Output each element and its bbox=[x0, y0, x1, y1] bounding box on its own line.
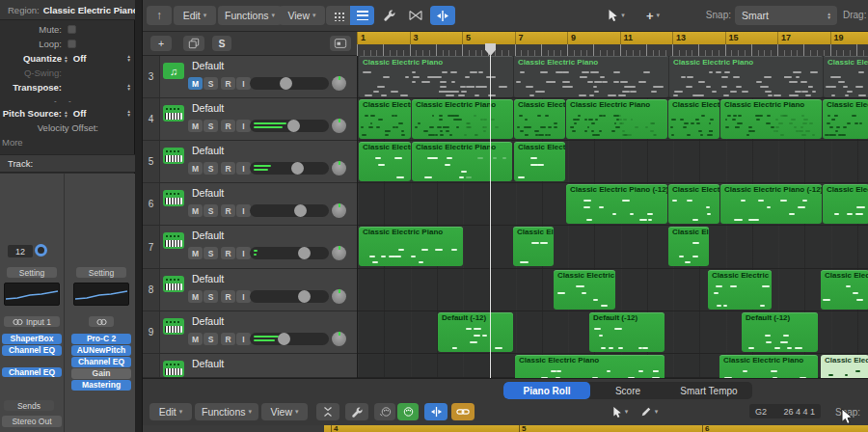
midi-region[interactable]: Classic Elec bbox=[824, 56, 868, 97]
inspector-row-transpose[interactable]: Transpose:▴▾ bbox=[0, 80, 135, 94]
bar-ruler-band[interactable]: 135791113151719 bbox=[357, 32, 868, 44]
gain-value-box[interactable]: 12 bbox=[8, 245, 33, 257]
slider-thumb[interactable] bbox=[287, 120, 300, 132]
slider-thumb[interactable] bbox=[291, 162, 304, 175]
slider-thumb[interactable] bbox=[278, 333, 290, 345]
midi-region[interactable]: Classic Electric Piano bbox=[412, 99, 513, 139]
tab-smart-tempo[interactable]: Smart Tempo bbox=[665, 382, 752, 399]
midi-region[interactable]: Classic Electr bbox=[359, 99, 411, 139]
pan-knob[interactable] bbox=[332, 203, 346, 218]
midi-region[interactable]: Classic Electric Piano bbox=[412, 142, 512, 181]
track-inspector-header[interactable]: Track: bbox=[0, 154, 135, 173]
midi-in-button[interactable] bbox=[374, 403, 395, 420]
i-button[interactable]: I bbox=[236, 120, 251, 132]
track-row-7[interactable]: 7DefaultMSRI bbox=[143, 226, 357, 269]
snap-select[interactable]: Smart ▴▾ bbox=[735, 6, 837, 25]
midi-region[interactable]: Classic Elec bbox=[823, 184, 868, 224]
eq-thumbnail-left[interactable] bbox=[4, 283, 60, 306]
plugin-slot-shaperbox[interactable]: ShaperBox bbox=[2, 334, 62, 344]
menu-functions[interactable]: Functions▾ bbox=[218, 6, 282, 25]
inspector-row-loop[interactable]: Loop: bbox=[0, 37, 135, 51]
stepper-icon[interactable]: ▴▾ bbox=[127, 54, 130, 62]
inspector-row-mute[interactable]: Mute: bbox=[0, 22, 135, 37]
add-track-button[interactable]: + bbox=[150, 36, 172, 51]
setting-button-left[interactable]: Setting bbox=[7, 267, 57, 278]
pointer-tool-select[interactable]: ▾ bbox=[600, 6, 633, 25]
r-button[interactable]: R bbox=[221, 333, 235, 345]
m-button[interactable]: M bbox=[188, 333, 203, 345]
duplicate-track-button[interactable] bbox=[183, 36, 204, 51]
up-arrow-button[interactable]: ↑ bbox=[147, 6, 172, 25]
track-row-5[interactable]: 5DefaultMSRI bbox=[143, 141, 357, 183]
midi-region[interactable]: Classic Electric Piano (-12) bbox=[566, 184, 667, 224]
editor-pencil-tool-select[interactable]: ▾ bbox=[633, 403, 665, 420]
midi-region[interactable]: Classic Elec bbox=[821, 355, 868, 378]
plugin-slot-mastering[interactable]: Mastering bbox=[71, 380, 131, 391]
slider-thumb[interactable] bbox=[298, 290, 311, 303]
volume-slider[interactable] bbox=[250, 204, 329, 217]
grid-view-button[interactable] bbox=[326, 6, 350, 25]
midi-region[interactable]: Classic Electric bbox=[708, 270, 772, 310]
midi-region[interactable]: Classic Electric Piano (-12) bbox=[720, 184, 822, 224]
s-button[interactable]: S bbox=[203, 247, 218, 259]
collapse-button[interactable] bbox=[316, 403, 339, 420]
i-button[interactable]: I bbox=[236, 162, 251, 175]
menu-view[interactable]: View▾ bbox=[279, 6, 325, 25]
midi-region[interactable]: Classic Elec bbox=[821, 270, 868, 310]
r-button[interactable]: R bbox=[221, 120, 235, 132]
i-button[interactable]: I bbox=[236, 247, 251, 259]
s-button[interactable]: S bbox=[203, 290, 218, 303]
r-button[interactable]: R bbox=[221, 204, 235, 217]
midi-region[interactable]: Default (-12) bbox=[589, 312, 665, 352]
m-button[interactable]: M bbox=[188, 120, 203, 132]
track-display-button[interactable] bbox=[330, 36, 351, 51]
editor-menu-edit[interactable]: Edit▾ bbox=[149, 403, 192, 420]
pan-knob-strip[interactable] bbox=[35, 244, 47, 256]
plugin-slot-aunewpitch[interactable]: AUNewPitch bbox=[71, 345, 131, 356]
midi-region[interactable]: Classic Electr bbox=[668, 184, 719, 224]
pan-knob[interactable] bbox=[332, 289, 346, 304]
midi-region[interactable]: Classic Electr bbox=[668, 99, 719, 139]
inspector-row-quantize[interactable]: Quantize▴▾Off▴▾ bbox=[0, 51, 135, 66]
plugin-slot-gain[interactable]: Gain bbox=[71, 368, 131, 379]
track-row-6[interactable]: 6DefaultMSRI bbox=[143, 183, 357, 226]
midi-region[interactable]: Classic Elec bbox=[823, 99, 868, 139]
midi-out-button[interactable] bbox=[397, 403, 419, 420]
output-button[interactable]: Stereo Out bbox=[2, 416, 62, 427]
midi-region[interactable]: Classic Electric Piano bbox=[359, 227, 463, 266]
plugin-slot-channel-eq[interactable]: Channel EQ bbox=[2, 367, 62, 378]
stepper-icon[interactable]: ▴▾ bbox=[65, 55, 68, 63]
input-button-left[interactable]: Input 1 bbox=[4, 316, 60, 327]
volume-slider[interactable] bbox=[250, 247, 329, 259]
s-button[interactable]: S bbox=[203, 204, 218, 217]
midi-region[interactable]: Classic Electr bbox=[514, 99, 565, 139]
list-view-button[interactable] bbox=[350, 6, 374, 25]
inspector-row-expander[interactable]: - - bbox=[0, 94, 135, 106]
m-button[interactable]: M bbox=[188, 204, 203, 217]
slider-thumb[interactable] bbox=[294, 204, 307, 217]
setting-button-right[interactable]: Setting bbox=[76, 267, 126, 278]
slider-thumb[interactable] bbox=[280, 77, 292, 90]
plugin-slot-channel-eq[interactable]: Channel EQ bbox=[2, 345, 62, 356]
r-button[interactable]: R bbox=[221, 162, 235, 175]
editor-catch-playhead-button[interactable] bbox=[424, 403, 448, 420]
track-row-8[interactable]: 8DefaultMSRI bbox=[143, 269, 357, 311]
m-button[interactable]: M bbox=[188, 162, 203, 175]
midi-region[interactable]: Classic Electric Piano bbox=[566, 99, 667, 139]
midi-region[interactable]: Classic Electric Piano bbox=[719, 355, 818, 378]
midi-region[interactable]: Default (-12) bbox=[438, 312, 513, 352]
r-button[interactable]: R bbox=[221, 77, 235, 90]
plugin-slot-channel-eq[interactable]: Channel EQ bbox=[71, 357, 131, 367]
pan-knob[interactable] bbox=[332, 332, 346, 346]
volume-slider[interactable] bbox=[250, 120, 329, 132]
i-button[interactable]: I bbox=[236, 77, 251, 90]
volume-slider[interactable] bbox=[250, 290, 329, 303]
track-row-3[interactable]: 3♫DefaultMSRI bbox=[143, 56, 357, 98]
editor-menu-view[interactable]: View▾ bbox=[261, 403, 308, 420]
automation-tool-button[interactable] bbox=[378, 6, 401, 25]
editor-menu-functions[interactable]: Functions▾ bbox=[195, 403, 258, 420]
inspector-row-pitch-source[interactable]: Pitch Source:▴▾Off▴▾ bbox=[0, 106, 135, 121]
editor-pointer-tool-select[interactable]: ▾ bbox=[604, 403, 637, 420]
tab-score[interactable]: Score bbox=[590, 382, 665, 399]
slider-thumb[interactable] bbox=[298, 247, 311, 259]
